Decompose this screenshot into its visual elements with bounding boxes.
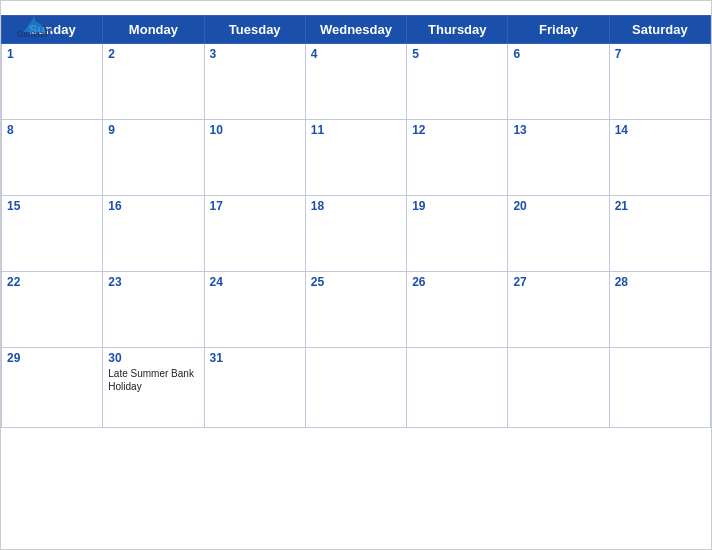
calendar-day-cell bbox=[508, 348, 609, 428]
day-number: 31 bbox=[210, 351, 300, 365]
calendar-day-cell bbox=[407, 348, 508, 428]
calendar-day-cell: 1 bbox=[2, 44, 103, 120]
day-number: 14 bbox=[615, 123, 705, 137]
calendar-day-cell: 3 bbox=[204, 44, 305, 120]
calendar-week-row: 15161718192021 bbox=[2, 196, 711, 272]
day-number: 30 bbox=[108, 351, 198, 365]
day-number: 15 bbox=[7, 199, 97, 213]
calendar-day-cell: 21 bbox=[609, 196, 710, 272]
day-number: 22 bbox=[7, 275, 97, 289]
calendar-day-cell: 19 bbox=[407, 196, 508, 272]
calendar-container: General Sunday Monday Tuesday Wednesday … bbox=[0, 0, 712, 550]
day-number: 8 bbox=[7, 123, 97, 137]
day-number: 1 bbox=[7, 47, 97, 61]
calendar-day-cell: 12 bbox=[407, 120, 508, 196]
calendar-day-cell: 17 bbox=[204, 196, 305, 272]
header-tuesday: Tuesday bbox=[204, 16, 305, 44]
calendar-day-cell: 30Late Summer Bank Holiday bbox=[103, 348, 204, 428]
calendar-week-row: 891011121314 bbox=[2, 120, 711, 196]
day-number: 3 bbox=[210, 47, 300, 61]
brand-logo-area: General bbox=[17, 9, 53, 35]
calendar-table: Sunday Monday Tuesday Wednesday Thursday… bbox=[1, 15, 711, 428]
calendar-day-cell: 27 bbox=[508, 272, 609, 348]
header-monday: Monday bbox=[103, 16, 204, 44]
calendar-day-cell: 14 bbox=[609, 120, 710, 196]
calendar-day-cell: 7 bbox=[609, 44, 710, 120]
calendar-day-cell: 22 bbox=[2, 272, 103, 348]
calendar-day-cell: 2 bbox=[103, 44, 204, 120]
day-number: 13 bbox=[513, 123, 603, 137]
calendar-day-cell: 4 bbox=[305, 44, 406, 120]
calendar-day-cell: 25 bbox=[305, 272, 406, 348]
day-number: 12 bbox=[412, 123, 502, 137]
day-number: 25 bbox=[311, 275, 401, 289]
calendar-day-cell: 26 bbox=[407, 272, 508, 348]
calendar-day-cell: 15 bbox=[2, 196, 103, 272]
day-number: 24 bbox=[210, 275, 300, 289]
header-wednesday: Wednesday bbox=[305, 16, 406, 44]
svg-text:General: General bbox=[17, 30, 47, 37]
calendar-week-row: 22232425262728 bbox=[2, 272, 711, 348]
day-number: 21 bbox=[615, 199, 705, 213]
day-number: 6 bbox=[513, 47, 603, 61]
day-number: 26 bbox=[412, 275, 502, 289]
day-number: 19 bbox=[412, 199, 502, 213]
calendar-header: General bbox=[1, 1, 711, 15]
header-thursday: Thursday bbox=[407, 16, 508, 44]
calendar-day-cell: 13 bbox=[508, 120, 609, 196]
calendar-day-cell: 28 bbox=[609, 272, 710, 348]
calendar-day-cell: 10 bbox=[204, 120, 305, 196]
day-number: 23 bbox=[108, 275, 198, 289]
calendar-day-cell: 9 bbox=[103, 120, 204, 196]
day-event: Late Summer Bank Holiday bbox=[108, 367, 198, 393]
calendar-day-cell: 23 bbox=[103, 272, 204, 348]
day-number: 28 bbox=[615, 275, 705, 289]
day-number: 4 bbox=[311, 47, 401, 61]
calendar-week-row: 2930Late Summer Bank Holiday31 bbox=[2, 348, 711, 428]
day-number: 20 bbox=[513, 199, 603, 213]
header-saturday: Saturday bbox=[609, 16, 710, 44]
calendar-day-cell: 29 bbox=[2, 348, 103, 428]
day-number: 17 bbox=[210, 199, 300, 213]
calendar-day-cell bbox=[609, 348, 710, 428]
day-number: 2 bbox=[108, 47, 198, 61]
calendar-day-cell: 5 bbox=[407, 44, 508, 120]
calendar-day-cell: 16 bbox=[103, 196, 204, 272]
calendar-day-cell: 18 bbox=[305, 196, 406, 272]
calendar-day-cell: 11 bbox=[305, 120, 406, 196]
day-number: 16 bbox=[108, 199, 198, 213]
day-number: 5 bbox=[412, 47, 502, 61]
weekday-header-row: Sunday Monday Tuesday Wednesday Thursday… bbox=[2, 16, 711, 44]
day-number: 10 bbox=[210, 123, 300, 137]
header-friday: Friday bbox=[508, 16, 609, 44]
calendar-day-cell: 20 bbox=[508, 196, 609, 272]
day-number: 27 bbox=[513, 275, 603, 289]
day-number: 9 bbox=[108, 123, 198, 137]
calendar-day-cell: 8 bbox=[2, 120, 103, 196]
calendar-day-cell: 6 bbox=[508, 44, 609, 120]
day-number: 11 bbox=[311, 123, 401, 137]
calendar-week-row: 1234567 bbox=[2, 44, 711, 120]
day-number: 29 bbox=[7, 351, 97, 365]
day-number: 18 bbox=[311, 199, 401, 213]
day-number: 7 bbox=[615, 47, 705, 61]
calendar-day-cell bbox=[305, 348, 406, 428]
calendar-day-cell: 24 bbox=[204, 272, 305, 348]
calendar-day-cell: 31 bbox=[204, 348, 305, 428]
